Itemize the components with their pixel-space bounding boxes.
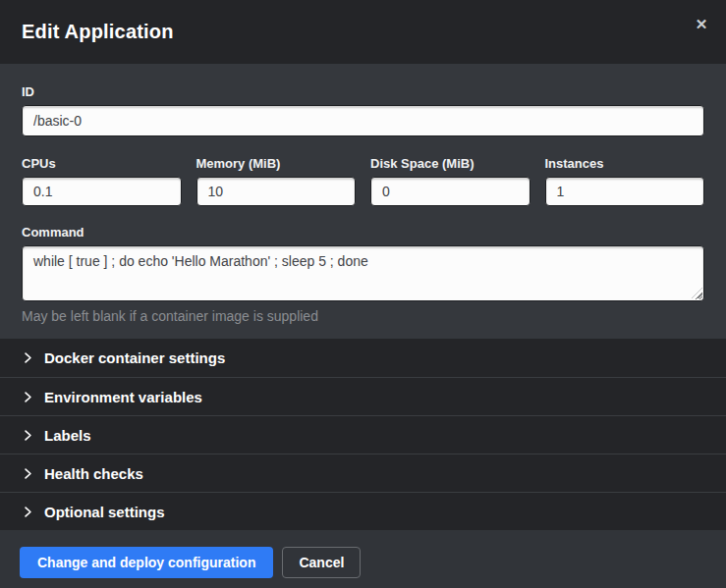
command-label: Command — [22, 225, 704, 240]
cpus-field-group: CPUs — [22, 156, 182, 206]
modal-body: ID CPUs Memory (MiB) Disk Space (MiB) In… — [0, 64, 726, 339]
accordion-sections: Docker container settings Environment va… — [0, 339, 726, 530]
command-field-group: Command while [ true ] ; do echo 'Hello … — [22, 225, 704, 324]
chevron-right-icon — [22, 429, 34, 442]
instances-field-group: Instances — [545, 156, 705, 206]
change-and-deploy-button[interactable]: Change and deploy configuration — [20, 547, 273, 578]
chevron-right-icon — [22, 351, 34, 364]
chevron-right-icon — [22, 467, 34, 480]
modal-footer: Change and deploy configuration Cancel — [0, 530, 726, 588]
accordion-label: Environment variables — [44, 389, 202, 405]
chevron-right-icon — [22, 506, 34, 518]
id-label: ID — [22, 84, 704, 99]
edit-application-modal: Edit Application ✕ ID CPUs Memory (MiB) … — [0, 0, 726, 588]
disk-input[interactable] — [370, 177, 531, 206]
instances-input[interactable] — [545, 177, 705, 206]
cpus-label: CPUs — [22, 156, 182, 171]
id-input[interactable] — [22, 105, 704, 136]
resources-row: CPUs Memory (MiB) Disk Space (MiB) Insta… — [22, 156, 704, 206]
instances-label: Instances — [545, 156, 705, 171]
accordion-environment-variables[interactable]: Environment variables — [0, 377, 726, 415]
modal-title: Edit Application — [22, 21, 174, 43]
disk-label: Disk Space (MiB) — [370, 156, 531, 171]
accordion-label: Labels — [44, 427, 91, 444]
id-field-group: ID — [22, 84, 704, 136]
memory-input[interactable] — [196, 177, 357, 206]
modal-header: Edit Application ✕ — [0, 0, 726, 64]
disk-field-group: Disk Space (MiB) — [370, 156, 531, 206]
accordion-optional-settings[interactable]: Optional settings — [0, 492, 726, 530]
command-textarea-wrap: while [ true ] ; do echo 'Hello Marathon… — [22, 245, 704, 301]
accordion-label: Optional settings — [44, 504, 165, 520]
accordion-label: Health checks — [44, 465, 143, 482]
command-help-text: May be left blank if a container image i… — [22, 308, 704, 324]
memory-field-group: Memory (MiB) — [196, 156, 357, 206]
cpus-input[interactable] — [22, 177, 182, 206]
accordion-labels[interactable]: Labels — [0, 415, 726, 454]
memory-label: Memory (MiB) — [196, 156, 357, 171]
command-textarea[interactable]: while [ true ] ; do echo 'Hello Marathon… — [22, 245, 704, 301]
accordion-docker-container-settings[interactable]: Docker container settings — [0, 339, 726, 377]
accordion-health-checks[interactable]: Health checks — [0, 454, 726, 492]
cancel-button[interactable]: Cancel — [282, 547, 361, 578]
accordion-label: Docker container settings — [44, 349, 225, 366]
chevron-right-icon — [22, 391, 34, 403]
close-icon[interactable]: ✕ — [691, 14, 712, 35]
